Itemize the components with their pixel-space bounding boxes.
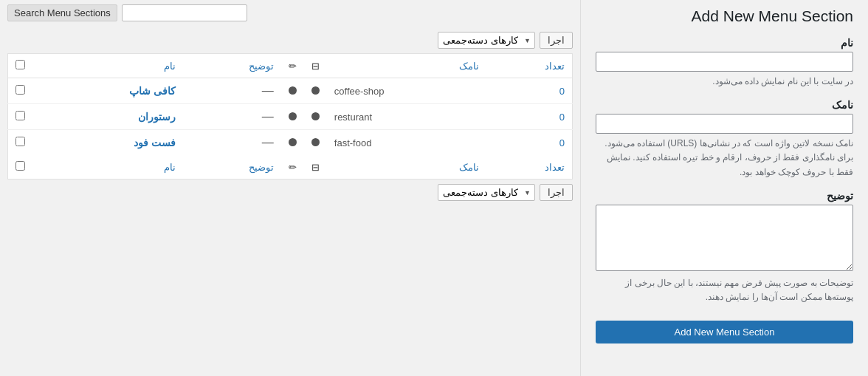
slug-description: نامک نسخه لاتین واژه‌ است که در نشانی‌ها…: [596, 137, 853, 180]
row-icon1: [281, 104, 304, 130]
search-bar: Search Menu Sections: [7, 0, 573, 27]
row-icon1: [281, 130, 304, 156]
bulk-actions-top: کارهای دسته‌جمعیحذف اجرا: [7, 27, 573, 53]
apply-button-bottom[interactable]: اجرا: [540, 184, 573, 201]
edit-icon-footer: ✏: [289, 162, 297, 173]
table-row: رستوران — resturant 0: [8, 104, 573, 130]
select-all-checkbox-footer[interactable]: [16, 161, 25, 171]
table-header-row: نام توضیح ✏ ⊟ نامک تعداد: [8, 54, 573, 78]
search-label: Search Menu Sections: [7, 4, 117, 21]
row-checkbox-2[interactable]: [16, 137, 25, 146]
circle-icon-1: [289, 112, 297, 120]
col-check-header: [8, 54, 33, 78]
row-name[interactable]: کافی شاپ: [32, 78, 183, 104]
desc-hint: توضیحات به صورت پیش فرض مهم نیستند، با ا…: [596, 276, 853, 304]
circle-icon-2: [311, 138, 320, 146]
desc-textarea[interactable]: [596, 205, 853, 271]
row-desc: —: [183, 78, 281, 104]
row-icon2: [304, 78, 327, 104]
row-slug: fast-food: [327, 130, 486, 156]
col-check-footer: [8, 155, 33, 180]
col-desc-footer[interactable]: توضیح: [183, 155, 281, 180]
table-row: کافی شاپ — coffee-shop 0: [8, 78, 573, 104]
bulk-select-bottom[interactable]: کارهای دسته‌جمعیحذف: [438, 184, 535, 201]
row-checkbox-cell: [8, 104, 33, 130]
col-slug-header[interactable]: نامک: [327, 54, 486, 78]
row-count[interactable]: 0: [486, 130, 573, 156]
add-section-title: Add New Menu Section: [596, 7, 853, 25]
settings-icon: ⊟: [311, 61, 320, 72]
row-name[interactable]: فست فود: [32, 130, 183, 156]
bulk-select-wrapper-top: کارهای دسته‌جمعیحذف: [438, 32, 535, 49]
row-desc: —: [183, 104, 281, 130]
table-row: فست فود — fast-food 0: [8, 130, 573, 156]
row-name[interactable]: رستوران: [32, 104, 183, 130]
row-icon1: [281, 78, 304, 104]
row-slug: coffee-shop: [327, 78, 486, 104]
menu-sections-table: نام توضیح ✏ ⊟ نامک تعداد کافی شاپ —: [7, 53, 573, 180]
col-icon2-header: ⊟: [304, 54, 327, 78]
slug-field-group: نامک نامک نسخه لاتین واژه‌ است که در نشا…: [596, 99, 853, 180]
edit-icon: ✏: [289, 61, 297, 72]
table-footer-row: نام توضیح ✏ ⊟ نامک تعداد: [8, 155, 573, 180]
bulk-select-wrapper-bottom: کارهای دسته‌جمعیحذف: [438, 184, 535, 201]
name-label: نام: [596, 37, 853, 49]
col-count-header[interactable]: تعداد: [486, 54, 573, 78]
row-checkbox-1[interactable]: [16, 111, 25, 120]
bulk-select-top[interactable]: کارهای دسته‌جمعیحذف: [438, 32, 535, 49]
row-checkbox-0[interactable]: [16, 85, 25, 95]
circle-icon-2: [311, 112, 320, 120]
slug-label: نامک: [596, 99, 853, 111]
row-checkbox-cell: [8, 130, 33, 156]
settings-icon-footer: ⊟: [311, 162, 320, 173]
col-count-footer[interactable]: تعداد: [486, 155, 573, 180]
row-icon2: [304, 130, 327, 156]
row-slug: resturant: [327, 104, 486, 130]
col-icon2-footer: ⊟: [304, 155, 327, 180]
slug-input[interactable]: [596, 114, 853, 134]
row-desc: —: [183, 130, 281, 156]
circle-icon-1: [289, 138, 297, 146]
col-slug-footer[interactable]: نامک: [327, 155, 486, 180]
name-field-group: نام در سایت با این نام نمایش داده می‌شود…: [596, 37, 853, 89]
col-icon1-footer: ✏: [281, 155, 304, 180]
add-section-panel: Add New Menu Section نام در سایت با این …: [580, 0, 868, 376]
col-name-header[interactable]: نام: [32, 54, 183, 78]
row-checkbox-cell: [8, 78, 33, 104]
circle-icon-1: [289, 86, 297, 95]
row-count[interactable]: 0: [486, 78, 573, 104]
col-icon1-header: ✏: [281, 54, 304, 78]
add-new-menu-section-button[interactable]: Add New Menu Section: [596, 321, 853, 343]
circle-icon-2: [311, 86, 320, 95]
row-icon2: [304, 104, 327, 130]
col-name-footer[interactable]: نام: [32, 155, 183, 180]
apply-button-top[interactable]: اجرا: [540, 32, 573, 49]
desc-label: توضیح: [596, 190, 853, 202]
row-count[interactable]: 0: [486, 104, 573, 130]
col-desc-header[interactable]: توضیح: [183, 54, 281, 78]
select-all-checkbox[interactable]: [16, 60, 25, 69]
search-input[interactable]: [122, 4, 247, 21]
bulk-actions-bottom: کارهای دسته‌جمعیحذف اجرا: [7, 180, 573, 205]
name-input[interactable]: [596, 52, 853, 72]
name-description: در سایت با این نام نمایش داده می‌شود.: [596, 75, 853, 89]
desc-field-group: توضیح توضیحات به صورت پیش فرض مهم نیستند…: [596, 190, 853, 304]
